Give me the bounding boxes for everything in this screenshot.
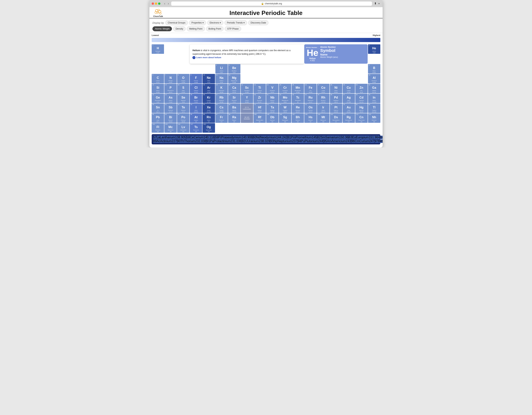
element-Cs[interactable]: 55CsCesium132.905 (215, 103, 228, 113)
discovery-date-button[interactable]: Discovery Date (248, 20, 268, 25)
minimize-button[interactable] (155, 2, 157, 5)
element-Cl[interactable]: 17 Cl Chlorine 35.453 (190, 84, 202, 93)
element-Ru[interactable]: 44RuRuthenium101.07 (304, 94, 317, 103)
element-Bh[interactable]: 107BhBohrium264 (292, 113, 304, 123)
element-He[interactable]: 2 He Helium 4.002 (368, 44, 380, 54)
element-Db[interactable]: 105DbDubnium262 (266, 113, 278, 123)
element-At[interactable]: 85AtAstatine210 (190, 113, 202, 123)
element-Pr[interactable]: 59PrPraseodymium140.908 (215, 136, 252, 139)
element-Pu[interactable]: 94PuPlutonium244 (298, 139, 323, 143)
element-Hg[interactable]: 80HgMercury200.59 (355, 103, 368, 113)
element-Zn[interactable]: 30ZnZinc65.38 (355, 84, 368, 93)
element-Ce[interactable]: 58CeCerium140.116 (187, 136, 215, 139)
element-Ir[interactable]: 77IrIridium192.217 (317, 103, 329, 113)
element-Ga[interactable]: 31GaGallium69.723 (368, 84, 380, 93)
element-Mn[interactable]: 25MnManganese54.938 (292, 84, 304, 93)
element-W[interactable]: 74WTungsten183.84 (279, 103, 291, 113)
element-In[interactable]: 49InIndium114.818 (368, 94, 380, 103)
element-Th[interactable]: 90ThThorium232.038 (177, 139, 206, 143)
element-Po[interactable]: 84PoPolonium208.98 (177, 113, 190, 123)
element-Nh[interactable]: 113NhNihonium284 (368, 113, 380, 123)
element-Fr[interactable]: 87FrFrancium223 (215, 113, 228, 123)
element-Cm[interactable]: 96CmCurium247 (351, 139, 374, 143)
element-Rf[interactable]: 104RfRutherfordium261 (254, 113, 266, 123)
element-Sc[interactable]: 21ScScandium44.956 (241, 84, 253, 93)
element-K[interactable]: 19KPotassium39.098 (215, 84, 228, 93)
new-tab-icon[interactable]: ＋ (378, 2, 380, 5)
element-Ba[interactable]: 56BaBarium137.327 (228, 103, 240, 113)
element-Sr[interactable]: 38SrStrontium87.62 (228, 94, 240, 103)
element-Bi[interactable]: 83BiBismuth208.98 (164, 113, 177, 123)
element-Rb[interactable]: 37RbRubidium85.468 (215, 94, 228, 103)
element-Rh[interactable]: 45RhRhodium102.906 (317, 94, 329, 103)
element-Ag[interactable]: 47AgSilver107.868 (342, 94, 355, 103)
element-Ar[interactable]: 18 Ar Argon 39.948 (202, 84, 215, 93)
element-Cu[interactable]: 29CuCopper63.546 (342, 84, 355, 93)
element-Pb[interactable]: 82PbLead207.2 (152, 113, 164, 123)
element-Cr[interactable]: 24CrChromium51.996 (279, 84, 291, 93)
element-Te[interactable]: 52TeTellurium127.6 (177, 103, 190, 113)
electrons-button[interactable]: Electrons ▾ (207, 20, 223, 25)
element-Ge[interactable]: 32GeGermanium72.64 (152, 94, 164, 103)
element-Og[interactable]: 118OgOganesson294 (202, 123, 215, 133)
element-Ts[interactable]: 117TsTennessine295 (190, 123, 202, 133)
density-button[interactable]: Density (173, 26, 186, 31)
element-Rn[interactable]: 86RnRadon222 (202, 113, 215, 123)
element-P[interactable]: 15 P Phosphorus 30.974 (164, 84, 177, 93)
maximize-button[interactable] (158, 2, 160, 5)
element-Ti[interactable]: 22TiTitanium47.867 (254, 84, 266, 93)
element-Pt[interactable]: 78PtPlatinum195.084 (330, 103, 342, 113)
element-Li[interactable]: 3 Li Lithium 6.941 (215, 64, 228, 74)
element-Au[interactable]: 79AuGold196.967 (342, 103, 355, 113)
element-As[interactable]: 33AsArsenic74.922 (164, 94, 177, 103)
element-Pa[interactable]: 91PaProtactinium231.036 (207, 139, 242, 143)
stp-phase-button[interactable]: STP Phase (225, 26, 241, 31)
element-Mo[interactable]: 42MoMolybdenum95.96 (279, 94, 291, 103)
element-Sb[interactable]: 51SbAntimony121.76 (164, 103, 177, 113)
element-Cd[interactable]: 48CdCadmium112.411 (355, 94, 368, 103)
helium-card[interactable]: Atomic Number He Helium 4.002 Atomic Num… (304, 44, 368, 64)
element-Am[interactable]: 95AmAmericium243 (324, 139, 351, 143)
element-Ra[interactable]: 88RaRadium226 (228, 113, 240, 123)
element-Sn[interactable]: 50SnTin118.71 (152, 103, 164, 113)
element-Al[interactable]: 13 Al Aluminum 26.982 (368, 74, 380, 83)
close-button[interactable] (152, 2, 154, 5)
boiling-point-button[interactable]: Boiling Point (206, 26, 224, 31)
element-Si[interactable]: 14 Si Silicon 28.086 (152, 84, 164, 93)
share-icon[interactable]: ⬆ (374, 2, 377, 5)
forward-button[interactable]: › (167, 1, 170, 6)
element-Ta[interactable]: 73TaTantalum180.948 (266, 103, 278, 113)
element-Zr[interactable]: 40ZrZirconium91.224 (254, 94, 266, 103)
atomic-weight-button[interactable]: Atomic Weight (152, 26, 172, 31)
element-Mg[interactable]: 12 Mg Magnesium 24.305 (228, 74, 240, 83)
element-Pm[interactable]: 61PmPromethium145 (288, 136, 317, 139)
periodic-trends-button[interactable]: Periodic Trends ▾ (225, 20, 247, 25)
element-Fe[interactable]: 26FeIron55.845 (304, 84, 317, 93)
element-Y[interactable]: 39YYttrium88.906 (241, 94, 253, 103)
element-La[interactable]: 57LaLanthanum138.905 (153, 136, 186, 139)
element-Be[interactable]: 4 Be Beryllium 9.012 (228, 64, 240, 74)
element-Ne[interactable]: 10 Ne Neon 20.18 (202, 74, 215, 83)
element-N[interactable]: 7 N Nitrogen 14.007 (164, 74, 177, 83)
element-Na[interactable]: 11 Na Sodium 22.99 (215, 74, 228, 83)
element-Ds[interactable]: 110DsDarmstadtium271 (330, 113, 342, 123)
element-S[interactable]: 16 S Sulfur 32.065 (177, 84, 190, 93)
element-Nd[interactable]: 60NdNeodymium144.242 (253, 136, 287, 139)
element-Lv[interactable]: 116LvLivermorium292 (177, 123, 190, 133)
element-Tc[interactable]: 43TcTechnetium98 (292, 94, 304, 103)
element-Ac[interactable]: 89AcActinium227 (153, 139, 177, 143)
properties-button[interactable]: Properties ▾ (189, 20, 206, 25)
element-Sg[interactable]: 106SgSeaborgium266 (279, 113, 291, 123)
element-Co[interactable]: 27CoCobalt58.933 (317, 84, 329, 93)
element-Pd[interactable]: 46PdPalladium106.42 (330, 94, 342, 103)
element-Se[interactable]: 34SeSelenium78.96 (177, 94, 190, 103)
learn-more-link[interactable]: › Learn more about helium (192, 56, 301, 59)
element-Bk[interactable]: 97BkBerkelium247 (375, 139, 383, 143)
element-H[interactable]: 1 H Hydrogen 1.007 (152, 44, 164, 54)
element-Ca[interactable]: 20CaCalcium40.078 (228, 84, 240, 93)
element-V[interactable]: 23VVanadium50.942 (266, 84, 278, 93)
element-U[interactable]: 92UUranium238.029 (242, 139, 270, 143)
element-Nb[interactable]: 41NbNiobium92.906 (266, 94, 278, 103)
element-Xe[interactable]: 54XeXenon131.293 (202, 103, 215, 113)
element-Re[interactable]: 75ReRhenium186.207 (292, 103, 304, 113)
